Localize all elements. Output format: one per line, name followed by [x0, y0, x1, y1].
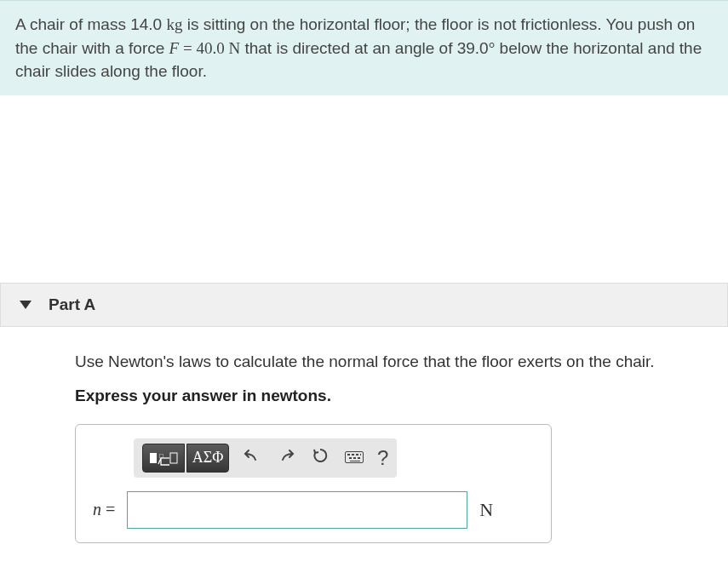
answer-unit: N	[479, 499, 493, 521]
mass-unit: kg	[166, 15, 182, 33]
part-body: Use Newton's laws to calculate the norma…	[0, 327, 728, 552]
part-instruction: Use Newton's laws to calculate the norma…	[75, 352, 704, 371]
answer-variable: n =	[93, 500, 115, 519]
part-directive: Express your answer in newtons.	[75, 387, 704, 405]
answer-row: n = N	[93, 491, 534, 529]
force-unit: N	[228, 39, 240, 57]
answer-input[interactable]	[127, 491, 467, 529]
problem-statement: A chair of mass 14.0 kg is sitting on th…	[0, 0, 728, 95]
force-equals: = 40.0	[179, 39, 228, 57]
redo-button[interactable]	[275, 448, 297, 467]
math-templates-button[interactable]: □	[142, 444, 185, 473]
part-title: Part A	[49, 295, 95, 314]
force-variable: F	[169, 39, 180, 57]
part-header[interactable]: Part A	[0, 283, 728, 327]
collapse-caret-icon	[20, 301, 32, 309]
reset-icon	[312, 447, 329, 464]
template-button-group: □ ΑΣΦ	[142, 444, 229, 473]
greek-label: ΑΣΦ	[192, 449, 224, 467]
greek-letters-button[interactable]: ΑΣΦ	[186, 444, 229, 473]
problem-text-1: A chair of mass 14.0	[15, 15, 166, 33]
problem-text-3: that is directed at an angle of 39.0	[240, 39, 489, 57]
svg-rect-0	[150, 453, 157, 463]
templates-icon: □	[149, 450, 178, 467]
svg-rect-2	[170, 453, 177, 463]
undo-button[interactable]	[241, 448, 263, 467]
spacer	[0, 95, 728, 283]
equation-toolbar: □ ΑΣΦ ?	[134, 438, 397, 478]
keyboard-icon	[345, 451, 364, 463]
reset-button[interactable]	[309, 447, 331, 468]
keyboard-button[interactable]	[343, 448, 365, 467]
help-button[interactable]: ?	[377, 446, 388, 470]
undo-icon	[244, 448, 261, 463]
redo-icon	[278, 448, 295, 463]
answer-box: □ ΑΣΦ ?	[75, 424, 552, 543]
